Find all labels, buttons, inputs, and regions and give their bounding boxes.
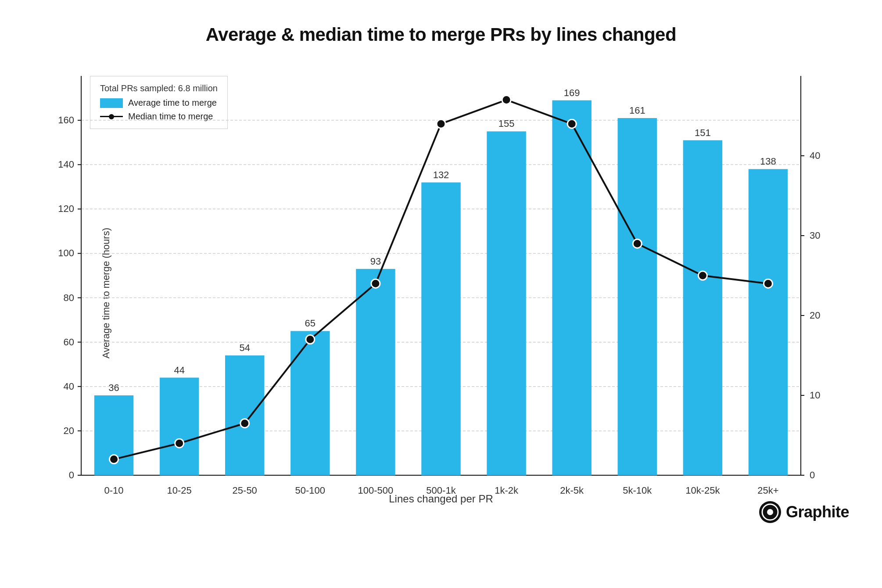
svg-text:140: 140 bbox=[58, 159, 74, 170]
svg-text:30: 30 bbox=[810, 230, 820, 241]
svg-text:93: 93 bbox=[370, 256, 381, 267]
svg-point-80 bbox=[567, 119, 576, 128]
svg-point-76 bbox=[306, 335, 315, 344]
svg-text:0-10: 0-10 bbox=[104, 485, 124, 496]
svg-point-82 bbox=[698, 271, 707, 280]
svg-text:25k+: 25k+ bbox=[757, 485, 778, 496]
svg-point-78 bbox=[437, 119, 445, 128]
svg-text:0: 0 bbox=[69, 470, 74, 480]
svg-point-77 bbox=[371, 279, 380, 288]
svg-point-79 bbox=[502, 96, 511, 104]
svg-text:151: 151 bbox=[695, 127, 711, 138]
svg-text:40: 40 bbox=[810, 150, 820, 161]
svg-rect-46 bbox=[290, 331, 330, 475]
graphite-logo: Graphite bbox=[759, 501, 849, 523]
svg-text:160: 160 bbox=[58, 115, 74, 125]
svg-text:155: 155 bbox=[498, 118, 515, 129]
svg-text:25-50: 25-50 bbox=[233, 485, 257, 496]
svg-text:161: 161 bbox=[629, 105, 645, 116]
svg-rect-42 bbox=[160, 378, 199, 475]
x-axis-label: Lines changed per PR bbox=[389, 493, 493, 505]
svg-text:54: 54 bbox=[239, 342, 250, 353]
svg-text:50-100: 50-100 bbox=[295, 485, 326, 496]
svg-rect-52 bbox=[487, 131, 526, 475]
svg-point-73 bbox=[110, 455, 118, 464]
svg-text:65: 65 bbox=[305, 318, 316, 329]
svg-text:132: 132 bbox=[433, 169, 449, 180]
svg-text:10k-25k: 10k-25k bbox=[685, 485, 720, 496]
svg-point-83 bbox=[764, 279, 772, 288]
svg-point-75 bbox=[240, 419, 249, 428]
svg-text:20: 20 bbox=[810, 310, 820, 321]
chart-container: Total PRs sampled: 6.8 million Average t… bbox=[33, 63, 849, 523]
svg-point-86 bbox=[767, 509, 773, 515]
svg-text:169: 169 bbox=[564, 87, 580, 98]
svg-text:120: 120 bbox=[58, 203, 74, 214]
svg-text:0: 0 bbox=[810, 470, 815, 480]
graphite-logo-text: Graphite bbox=[786, 503, 849, 521]
svg-text:80: 80 bbox=[64, 292, 74, 303]
graphite-logo-icon bbox=[759, 501, 782, 523]
svg-text:40: 40 bbox=[64, 381, 74, 392]
svg-text:1k-2k: 1k-2k bbox=[495, 485, 519, 496]
chart-svg: 0204060801001201401600102030403644546593… bbox=[33, 63, 849, 523]
svg-text:10-25: 10-25 bbox=[167, 485, 191, 496]
svg-text:5k-10k: 5k-10k bbox=[623, 485, 652, 496]
svg-rect-58 bbox=[683, 140, 722, 475]
svg-text:20: 20 bbox=[64, 425, 74, 436]
svg-text:36: 36 bbox=[108, 382, 119, 393]
svg-text:100: 100 bbox=[58, 247, 74, 258]
svg-rect-50 bbox=[421, 183, 460, 475]
svg-rect-60 bbox=[749, 169, 788, 475]
svg-point-74 bbox=[175, 439, 184, 448]
svg-text:44: 44 bbox=[174, 365, 184, 376]
svg-text:138: 138 bbox=[760, 156, 776, 167]
svg-rect-44 bbox=[225, 355, 264, 475]
svg-rect-56 bbox=[618, 118, 657, 475]
svg-text:60: 60 bbox=[64, 337, 74, 348]
svg-rect-48 bbox=[356, 269, 395, 475]
svg-text:2k-5k: 2k-5k bbox=[560, 485, 584, 496]
svg-text:100-500: 100-500 bbox=[358, 485, 394, 496]
svg-point-81 bbox=[633, 239, 642, 248]
svg-text:10: 10 bbox=[810, 390, 820, 401]
chart-title: Average & median time to merge PRs by li… bbox=[206, 24, 676, 45]
svg-rect-54 bbox=[552, 100, 591, 475]
